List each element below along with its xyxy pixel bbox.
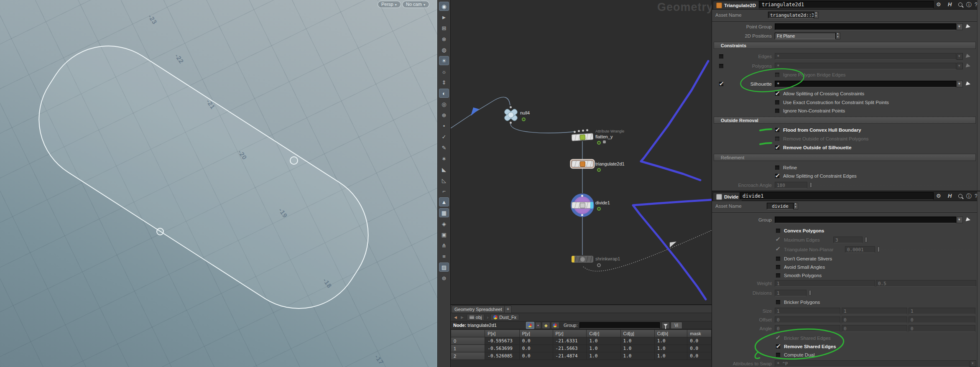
encroach-angle-input[interactable]: 180: [775, 182, 807, 189]
filter-funnel-button[interactable]: [661, 322, 670, 329]
breadcrumb-dust-fx[interactable]: Dust_Fx: [490, 314, 519, 321]
flood-checkbox[interactable]: [775, 127, 780, 133]
search-icon[interactable]: [958, 3, 962, 7]
node-field-value[interactable]: triangulate2d1: [467, 323, 497, 328]
view-tool-icon[interactable]: ◉: [439, 2, 449, 11]
divisions-input[interactable]: 1: [775, 290, 806, 296]
search-icon[interactable]: [958, 194, 962, 198]
network-editor[interactable]: Geometry null4 Attribute Wrang: [451, 0, 712, 304]
prim-normals-icon[interactable]: ◣: [439, 165, 449, 174]
tri-nonplanar-input[interactable]: 0.0001: [845, 246, 875, 253]
angle-x-input[interactable]: 0: [775, 325, 840, 332]
show-points-icon[interactable]: •: [439, 121, 449, 130]
vertex-mode-button[interactable]: •: [535, 322, 541, 329]
col-header[interactable]: P[y]: [519, 330, 553, 337]
asset-version-spinner[interactable]: [794, 203, 798, 209]
node-label[interactable]: divide1: [595, 200, 610, 205]
normals-display-icon[interactable]: ⋔: [439, 241, 449, 250]
silhouette-input[interactable]: *: [775, 81, 956, 87]
prim-numbers-icon[interactable]: ◺: [439, 176, 449, 185]
slivers-checkbox[interactable]: [776, 256, 781, 261]
hide-tool-icon[interactable]: ⊗: [439, 34, 449, 43]
info-icon[interactable]: ⓘ: [966, 1, 972, 9]
positions-dropdown[interactable]: Fit Plane: [775, 33, 836, 39]
row-index[interactable]: 0: [451, 337, 485, 345]
size-z-input[interactable]: 1: [909, 308, 975, 314]
shaded-display-icon[interactable]: ▲: [439, 197, 449, 206]
lighting-icon[interactable]: ☼: [439, 67, 449, 76]
offset-x-input[interactable]: 0: [775, 316, 840, 323]
view-options-button[interactable]: Vi: [671, 322, 682, 329]
tri-nonplanar-slider[interactable]: [878, 249, 975, 250]
edges-input[interactable]: *: [775, 53, 956, 60]
col-header[interactable]: P[x]: [485, 330, 519, 337]
bricker-checkbox[interactable]: [776, 300, 781, 305]
edges-select-arrow-icon[interactable]: [966, 54, 971, 59]
polygons-dropdown[interactable]: [957, 63, 963, 69]
group-input[interactable]: [775, 217, 956, 223]
point-group-dropdown[interactable]: [957, 23, 963, 30]
smooth-checkbox[interactable]: [776, 273, 781, 278]
prims-mode-button[interactable]: ◆: [542, 322, 550, 329]
show-guides-icon[interactable]: ◎: [439, 99, 449, 109]
houdini-logo-icon[interactable]: H: [948, 193, 952, 199]
section-refinement[interactable]: Refinement: [714, 154, 976, 161]
size-x-input[interactable]: 1: [775, 308, 840, 314]
convex-checkbox[interactable]: [776, 228, 781, 233]
show-point-markers-icon[interactable]: ✓: [439, 132, 449, 141]
node-type-tab[interactable]: Divide: [713, 192, 742, 201]
headlight-icon[interactable]: ☀: [439, 56, 449, 65]
remove-silhouette-checkbox[interactable]: [775, 145, 780, 150]
section-outside-removal[interactable]: Outside Removal: [714, 117, 976, 124]
detail-mode-button[interactable]: [551, 322, 559, 329]
table-row[interactable]: 2 -0.5260850.0-21.4874 1.01.01.0 0.0: [451, 352, 712, 360]
point-attributes-table[interactable]: P[x] P[y] P[z] Cd[r] Cd[g] Cd[b] mask 0 …: [451, 329, 712, 360]
node-connector[interactable]: [510, 122, 512, 124]
silhouette-dropdown[interactable]: [957, 81, 963, 87]
remove-conpoly-checkbox[interactable]: [775, 136, 780, 141]
asset-version-spinner[interactable]: [814, 12, 819, 18]
allow-conedge-checkbox[interactable]: [775, 173, 780, 178]
wireframe-icon[interactable]: ◈: [439, 219, 449, 228]
positions-spinner[interactable]: [836, 33, 840, 39]
refine-checkbox[interactable]: [775, 165, 780, 170]
node-label[interactable]: triangulate2d1: [595, 161, 625, 166]
angle-y-input[interactable]: 0: [842, 325, 907, 332]
ignore-noncon-checkbox[interactable]: [775, 108, 780, 113]
display-flags-icon[interactable]: ≡: [439, 252, 449, 261]
snap-icon[interactable]: ⊕: [439, 110, 449, 120]
houdini-logo-icon[interactable]: H: [948, 1, 952, 8]
node-name-field[interactable]: divide1: [740, 192, 934, 200]
offset-z-input[interactable]: 0: [909, 316, 975, 323]
node-connector[interactable]: [510, 106, 512, 108]
polygons-input[interactable]: *: [775, 63, 956, 69]
panel-scroll-strip[interactable]: [977, 191, 980, 367]
gear-menu-icon[interactable]: ⚙: [936, 1, 941, 8]
persp-view-button[interactable]: Persp: [378, 1, 401, 8]
lock-icon[interactable]: ⊞: [439, 23, 449, 33]
attr-swap-input[interactable]: * ^P: [775, 360, 970, 367]
point-numbers-icon[interactable]: ✎: [439, 143, 449, 152]
node-null4[interactable]: [503, 108, 518, 121]
max-edges-checkbox[interactable]: [776, 237, 781, 242]
attr-swap-dropdown[interactable]: [970, 360, 976, 367]
forward-arrow-icon[interactable]: ►: [460, 315, 464, 320]
node-flag-badge[interactable]: [522, 117, 526, 121]
group-filter-input[interactable]: [579, 322, 660, 329]
small-angles-checkbox[interactable]: [776, 265, 781, 270]
allow-crossing-checkbox[interactable]: [775, 91, 780, 96]
col-header[interactable]: Cd[g]: [620, 330, 654, 337]
points-mode-button[interactable]: [526, 322, 534, 329]
max-edges-slider[interactable]: [865, 240, 975, 240]
back-arrow-icon[interactable]: ◄: [453, 315, 458, 320]
col-header[interactable]: Cd[r]: [587, 330, 620, 337]
node-flag-badge[interactable]: [597, 141, 601, 145]
display-options-icon[interactable]: ◍: [439, 45, 449, 54]
asset-name-value[interactable]: triangulate2d::3.0: [768, 12, 814, 18]
node-label[interactable]: null4: [520, 110, 530, 115]
group-select-arrow-icon[interactable]: [966, 217, 971, 223]
offset-y-input[interactable]: 0: [842, 316, 907, 323]
node-triangulate2d1[interactable]: [572, 161, 593, 167]
silhouette-select-arrow-icon[interactable]: [966, 82, 971, 87]
encroach-angle-slider[interactable]: [810, 185, 975, 186]
